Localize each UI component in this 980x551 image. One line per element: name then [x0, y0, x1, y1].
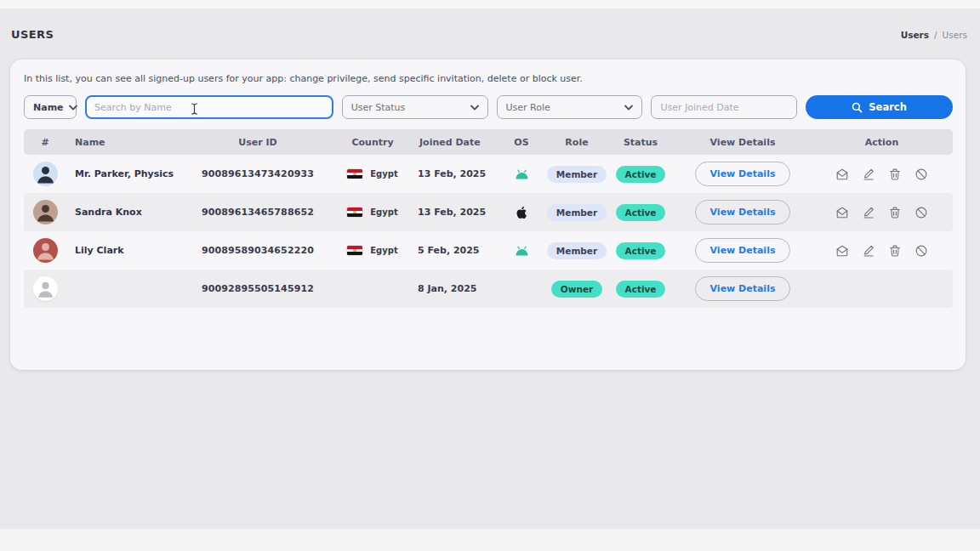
android-icon	[515, 169, 529, 179]
actions-cell	[811, 206, 953, 219]
breadcrumb-users-secondary[interactable]: Users	[943, 30, 967, 40]
country-cell: Egypt	[334, 246, 411, 255]
breadcrumb-separator: /	[934, 30, 937, 40]
avatar	[33, 238, 58, 263]
block-icon[interactable]	[914, 168, 928, 181]
status-cell: Active	[607, 204, 675, 221]
user-name: Mr. Parker, Physics	[66, 168, 181, 179]
avatar-placeholder	[33, 276, 58, 301]
email-icon[interactable]	[835, 168, 849, 181]
country-cell: Egypt	[334, 207, 411, 217]
search-input-wrap	[85, 95, 333, 119]
status-cell: Active	[607, 281, 675, 298]
country-cell: Egypt	[334, 169, 411, 179]
role-badge: Member	[547, 242, 607, 259]
status-badge: Active	[616, 281, 666, 298]
avatar	[33, 200, 58, 224]
users-table: # Name User ID Country Joined Date OS Ro…	[24, 129, 953, 308]
col-header-status: Status	[607, 137, 675, 148]
delete-icon[interactable]	[888, 168, 902, 181]
chevron-down-icon	[470, 105, 479, 111]
user-role-select[interactable]: User Role	[497, 95, 643, 119]
os-cell	[496, 169, 547, 179]
breadcrumb-users-primary[interactable]: Users	[901, 30, 929, 40]
user-status-select-placeholder: User Status	[351, 102, 406, 113]
role-cell: Member	[547, 204, 607, 221]
egypt-flag-icon	[347, 207, 362, 217]
view-details-button[interactable]: View Details	[695, 162, 791, 186]
role-badge: Owner	[551, 281, 602, 298]
view-details-button[interactable]: View Details	[695, 238, 791, 263]
table-row: 90092895505145912 8 Jan, 2025 Owner Acti…	[24, 270, 953, 308]
block-icon[interactable]	[914, 244, 928, 258]
chevron-down-icon	[624, 105, 633, 111]
view-details-cell: View Details	[675, 276, 811, 301]
joined-date: 5 Feb, 2025	[411, 245, 496, 256]
chevron-down-icon	[69, 105, 77, 111]
filter-bar: Name User Status User Role	[24, 95, 953, 119]
top-strip	[0, 0, 980, 9]
view-details-cell: View Details	[675, 162, 811, 186]
country-name: Egypt	[370, 207, 397, 217]
avatar-cell	[24, 276, 66, 301]
search-input[interactable]	[87, 97, 332, 117]
edit-icon[interactable]	[862, 244, 875, 258]
avatar-cell	[24, 162, 66, 186]
edit-icon[interactable]	[862, 206, 875, 219]
joined-date: 8 Jan, 2025	[411, 283, 496, 294]
block-icon[interactable]	[914, 206, 928, 219]
edit-icon[interactable]	[862, 168, 875, 181]
search-button-label: Search	[869, 101, 907, 113]
country-name: Egypt	[370, 246, 397, 255]
search-icon	[852, 102, 863, 113]
email-icon[interactable]	[835, 244, 849, 258]
role-cell: Member	[547, 166, 607, 183]
search-field-select[interactable]: Name	[24, 95, 77, 119]
status-cell: Active	[607, 166, 675, 183]
breadcrumb: Users / Users	[901, 30, 967, 40]
view-details-cell: View Details	[675, 200, 811, 224]
view-details-button[interactable]: View Details	[695, 200, 791, 224]
table-row: Sandra Knox 90089613465788652 Egypt 13 F…	[24, 193, 953, 231]
user-id: 90089589034652220	[181, 245, 334, 256]
status-badge: Active	[616, 242, 666, 259]
user-id: 90092895505145912	[181, 283, 334, 294]
user-id: 90089613465788652	[181, 207, 334, 218]
col-header-user-id: User ID	[181, 137, 334, 148]
os-cell	[496, 246, 547, 256]
role-cell: Owner	[547, 281, 607, 298]
os-cell	[496, 206, 547, 219]
joined-date-input-wrap	[651, 95, 797, 119]
actions-cell	[811, 244, 953, 258]
bottom-strip	[0, 529, 980, 551]
joined-date: 13 Feb, 2025	[411, 168, 496, 179]
delete-icon[interactable]	[888, 206, 902, 219]
country-name: Egypt	[370, 169, 397, 179]
joined-date: 13 Feb, 2025	[411, 207, 496, 218]
page-title: USERS	[11, 28, 54, 41]
joined-date-input[interactable]	[652, 96, 796, 118]
table-header-row: # Name User ID Country Joined Date OS Ro…	[24, 129, 953, 155]
search-field-select-value: Name	[33, 102, 64, 113]
user-role-select-placeholder: User Role	[506, 102, 550, 113]
avatar-cell	[24, 238, 66, 263]
status-cell: Active	[607, 242, 675, 259]
col-header-joined-date: Joined Date	[411, 137, 496, 148]
page-header: USERS Users / Users	[11, 28, 967, 41]
egypt-flag-icon	[347, 169, 362, 179]
table-row: Lily Clark 90089589034652220 Egypt 5 Feb…	[24, 231, 953, 270]
col-header-role: Role	[547, 137, 607, 148]
delete-icon[interactable]	[888, 244, 902, 258]
card-description: In this list, you can see all signed-up …	[24, 73, 583, 84]
user-status-select[interactable]: User Status	[342, 95, 488, 119]
role-badge: Member	[547, 166, 607, 183]
view-details-button[interactable]: View Details	[695, 276, 791, 301]
role-cell: Member	[547, 242, 607, 259]
col-header-name: Name	[66, 137, 181, 148]
apple-icon	[516, 206, 527, 219]
search-button[interactable]: Search	[806, 95, 953, 119]
col-header-view-details: View Details	[675, 137, 811, 148]
email-icon[interactable]	[835, 206, 849, 219]
user-id: 90089613473420933	[181, 168, 334, 179]
col-header-index: #	[24, 137, 66, 148]
